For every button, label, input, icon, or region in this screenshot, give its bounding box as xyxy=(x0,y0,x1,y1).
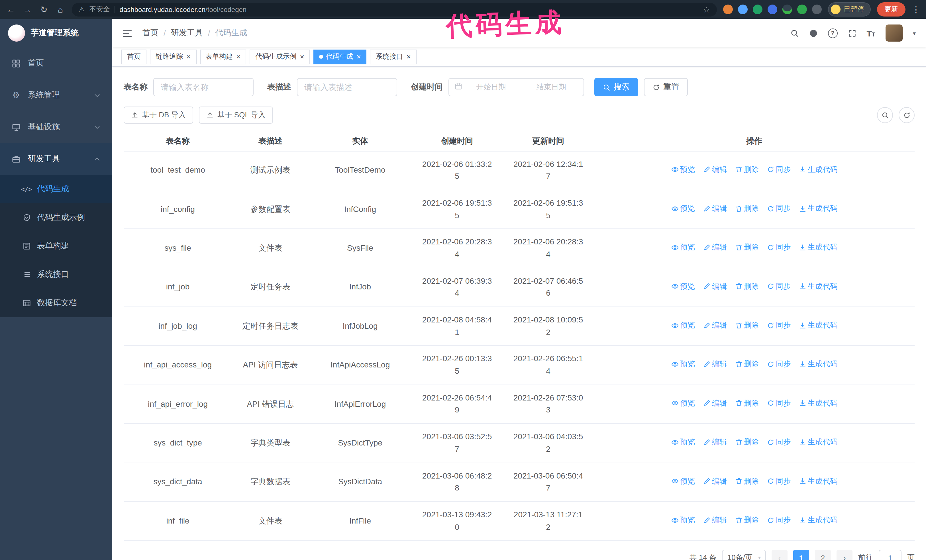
edit-link[interactable]: 编辑 xyxy=(703,203,727,214)
generate-code-link[interactable]: 生成代码 xyxy=(799,475,837,487)
breadcrumb-dev-tools[interactable]: 研发工具 xyxy=(171,28,203,38)
sql-import-button[interactable]: 基于 SQL 导入 xyxy=(199,107,273,124)
tab-codegen-example[interactable]: 代码生成示例× xyxy=(250,49,310,64)
bookmark-star-icon[interactable]: ☆ xyxy=(703,5,710,14)
generate-code-link[interactable]: 生成代码 xyxy=(799,242,837,253)
generate-code-link[interactable]: 生成代码 xyxy=(799,359,837,370)
home-icon[interactable]: ⌂ xyxy=(55,5,65,14)
preview-link[interactable]: 预览 xyxy=(671,436,695,448)
edit-link[interactable]: 编辑 xyxy=(703,320,727,331)
github-icon[interactable] xyxy=(809,29,817,37)
delete-link[interactable]: 删除 xyxy=(735,515,759,526)
sidebar-item-infrastructure[interactable]: 基础设施 xyxy=(0,111,112,143)
table-desc-input[interactable] xyxy=(297,78,397,96)
reload-icon[interactable]: ↻ xyxy=(39,4,49,15)
sidebar-item-db-doc[interactable]: 数据库文档 xyxy=(0,289,112,317)
delete-link[interactable]: 删除 xyxy=(735,320,759,331)
edit-link[interactable]: 编辑 xyxy=(703,398,727,409)
sync-link[interactable]: 同步 xyxy=(767,515,791,526)
sync-link[interactable]: 同步 xyxy=(767,398,791,409)
page-size-select[interactable]: 10条/页 ▾ xyxy=(722,550,766,560)
delete-link[interactable]: 删除 xyxy=(735,359,759,370)
preview-link[interactable]: 预览 xyxy=(671,475,695,487)
tab-home[interactable]: 首页 xyxy=(121,49,147,64)
tab-trace[interactable]: 链路追踪× xyxy=(150,49,196,64)
close-icon[interactable]: × xyxy=(236,53,241,60)
delete-link[interactable]: 删除 xyxy=(735,436,759,448)
sync-link[interactable]: 同步 xyxy=(767,203,791,214)
caret-down-icon[interactable]: ▾ xyxy=(913,30,916,36)
app-logo[interactable]: 芋道管理系统 xyxy=(0,19,112,47)
next-page-button[interactable]: › xyxy=(837,550,852,560)
sync-link[interactable]: 同步 xyxy=(767,320,791,331)
user-avatar[interactable] xyxy=(885,24,903,42)
goto-page-input[interactable] xyxy=(879,550,902,560)
preview-link[interactable]: 预览 xyxy=(671,164,695,175)
sidebar-item-codegen[interactable]: </> 代码生成 xyxy=(0,175,112,203)
chrome-update-button[interactable]: 更新 xyxy=(877,2,905,17)
generate-code-link[interactable]: 生成代码 xyxy=(799,398,837,409)
preview-link[interactable]: 预览 xyxy=(671,203,695,214)
sidebar-item-form-builder[interactable]: 表单构建 xyxy=(0,232,112,260)
refresh-button[interactable] xyxy=(899,107,915,123)
delete-link[interactable]: 删除 xyxy=(735,398,759,409)
delete-link[interactable]: 删除 xyxy=(735,164,759,175)
generate-code-link[interactable]: 生成代码 xyxy=(799,436,837,448)
extension-icon[interactable] xyxy=(738,5,747,14)
edit-link[interactable]: 编辑 xyxy=(703,436,727,448)
browser-menu-icon[interactable]: ⋮ xyxy=(912,4,920,15)
extension-icon[interactable] xyxy=(753,5,763,14)
preview-link[interactable]: 预览 xyxy=(671,359,695,370)
delete-link[interactable]: 删除 xyxy=(735,281,759,292)
tab-system-api[interactable]: 系统接口× xyxy=(370,49,416,64)
preview-link[interactable]: 预览 xyxy=(671,398,695,409)
sidebar-item-dev-tools[interactable]: 研发工具 xyxy=(0,143,112,175)
sync-link[interactable]: 同步 xyxy=(767,281,791,292)
edit-link[interactable]: 编辑 xyxy=(703,515,727,526)
extension-icon[interactable] xyxy=(797,5,807,14)
help-icon[interactable]: ? xyxy=(828,28,837,38)
edit-link[interactable]: 编辑 xyxy=(703,164,727,175)
sync-link[interactable]: 同步 xyxy=(767,475,791,487)
extension-icon[interactable] xyxy=(767,5,777,14)
generate-code-link[interactable]: 生成代码 xyxy=(799,320,837,331)
sync-link[interactable]: 同步 xyxy=(767,164,791,175)
delete-link[interactable]: 删除 xyxy=(735,475,759,487)
edit-link[interactable]: 编辑 xyxy=(703,475,727,487)
sync-link[interactable]: 同步 xyxy=(767,359,791,370)
edit-link[interactable]: 编辑 xyxy=(703,359,727,370)
sync-link[interactable]: 同步 xyxy=(767,436,791,448)
hamburger-icon[interactable] xyxy=(123,28,132,38)
extension-icon[interactable] xyxy=(723,5,733,14)
edit-link[interactable]: 编辑 xyxy=(703,281,727,292)
generate-code-link[interactable]: 生成代码 xyxy=(799,164,837,175)
security-label[interactable]: 不安全 xyxy=(89,5,110,14)
generate-code-link[interactable]: 生成代码 xyxy=(799,281,837,292)
toggle-search-button[interactable] xyxy=(877,107,893,123)
prev-page-button[interactable]: ‹ xyxy=(772,550,788,560)
sidebar-item-system-api[interactable]: 系统接口 xyxy=(0,260,112,289)
profile-paused-chip[interactable]: 已暂停 xyxy=(828,2,871,17)
page-button-2[interactable]: 2 xyxy=(815,550,831,560)
generate-code-link[interactable]: 生成代码 xyxy=(799,515,837,526)
search-icon[interactable] xyxy=(790,29,799,37)
close-icon[interactable]: × xyxy=(357,53,361,60)
font-size-icon[interactable]: TT xyxy=(867,28,875,38)
search-button[interactable]: 搜索 xyxy=(595,78,638,96)
close-icon[interactable]: × xyxy=(186,53,191,60)
table-name-input[interactable] xyxy=(153,78,254,96)
delete-link[interactable]: 删除 xyxy=(735,242,759,253)
reset-button[interactable]: 重置 xyxy=(644,78,688,96)
close-icon[interactable]: × xyxy=(407,53,411,60)
tab-codegen[interactable]: 代码生成× xyxy=(313,49,367,64)
fullscreen-icon[interactable] xyxy=(848,29,856,37)
sidebar-item-home[interactable]: 首页 xyxy=(0,47,112,79)
delete-link[interactable]: 删除 xyxy=(735,203,759,214)
date-range-picker[interactable]: 开始日期 - 结束日期 xyxy=(448,78,584,96)
preview-link[interactable]: 预览 xyxy=(671,515,695,526)
forward-icon[interactable]: → xyxy=(22,5,32,14)
tab-form-builder[interactable]: 表单构建× xyxy=(200,49,246,64)
page-button-1[interactable]: 1 xyxy=(793,550,809,560)
sidebar-item-codegen-example[interactable]: 代码生成示例 xyxy=(0,203,112,232)
address-bar[interactable]: ⚠ 不安全 dashboard.yudao.iocoder.cn/tool/co… xyxy=(72,3,717,16)
